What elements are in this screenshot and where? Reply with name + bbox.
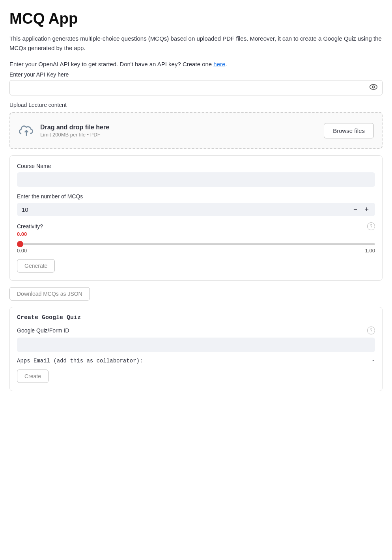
creativity-help-icon[interactable]: ? (367, 222, 375, 230)
creativity-section: Creativity? ? 0.00 0.00 1.00 (17, 222, 375, 254)
slider-min-label: 0.00 (17, 248, 27, 254)
here-link[interactable]: here (213, 61, 225, 67)
eye-icon (369, 82, 378, 91)
browse-files-button[interactable]: Browse files (324, 123, 374, 138)
api-key-prompt: Enter your OpenAI API key to get started… (9, 61, 383, 67)
upload-dropzone[interactable]: Drag and drop file here Limit 200MB per … (9, 112, 383, 149)
apps-email-trailing: - (372, 358, 375, 364)
download-json-button[interactable]: Download MCQs as JSON (9, 287, 90, 301)
app-description: This application generates multiple-choi… (9, 34, 383, 53)
api-key-input[interactable] (9, 80, 383, 95)
google-quiz-card: Create Google Quiz Google Quiz/Form ID ?… (9, 307, 383, 391)
upload-section-label: Upload Lecture content (9, 102, 383, 108)
creativity-value: 0.00 (17, 231, 375, 237)
upload-text-block: Drag and drop file here Limit 200MB per … (40, 124, 109, 138)
generate-button[interactable]: Generate (17, 259, 55, 273)
api-key-container (9, 80, 383, 95)
api-key-label: Enter your API Key here (9, 71, 383, 78)
toggle-visibility-button[interactable] (369, 82, 378, 93)
app-title: MCQ App (9, 9, 383, 28)
slider-labels: 0.00 1.00 (17, 248, 375, 254)
course-name-label: Course Name (17, 163, 375, 169)
form-id-row: Google Quiz/Form ID ? (17, 327, 375, 334)
apps-email-cursor: _ (144, 358, 147, 364)
form-id-help-icon[interactable]: ? (367, 327, 375, 334)
apps-email-label: Apps Email (add this as collaborator): (17, 358, 143, 364)
settings-card: Course Name Enter the number of MCQs 10 … (9, 155, 383, 281)
apps-email-row: Apps Email (add this as collaborator): _… (17, 358, 375, 364)
upload-left-area: Drag and drop file here Limit 200MB per … (18, 122, 109, 139)
drag-drop-text: Drag and drop file here (40, 124, 109, 131)
mcq-number-row: 10 − + (17, 203, 375, 216)
upload-limit-text: Limit 200MB per file • PDF (40, 132, 109, 138)
cloud-upload-icon (18, 122, 35, 139)
increment-button[interactable]: + (363, 206, 370, 213)
decrement-button[interactable]: − (352, 206, 359, 213)
creativity-label: Creativity? (17, 223, 43, 230)
mcq-number-section: Enter the number of MCQs 10 − + (17, 193, 375, 216)
stepper-buttons: − + (352, 206, 370, 213)
svg-point-0 (370, 84, 377, 90)
course-name-input[interactable] (17, 172, 375, 187)
mcq-count-value: 10 (22, 206, 28, 213)
form-id-input[interactable] (17, 338, 375, 352)
slider-max-label: 1.00 (365, 248, 375, 254)
mcq-count-label: Enter the number of MCQs (17, 193, 375, 200)
svg-point-1 (372, 86, 375, 88)
form-id-label: Google Quiz/Form ID (17, 327, 69, 334)
creativity-header: Creativity? ? (17, 222, 375, 230)
google-quiz-title: Create Google Quiz (17, 314, 375, 321)
create-button[interactable]: Create (17, 370, 49, 383)
creativity-slider[interactable] (17, 243, 375, 245)
creativity-slider-container (17, 239, 375, 246)
